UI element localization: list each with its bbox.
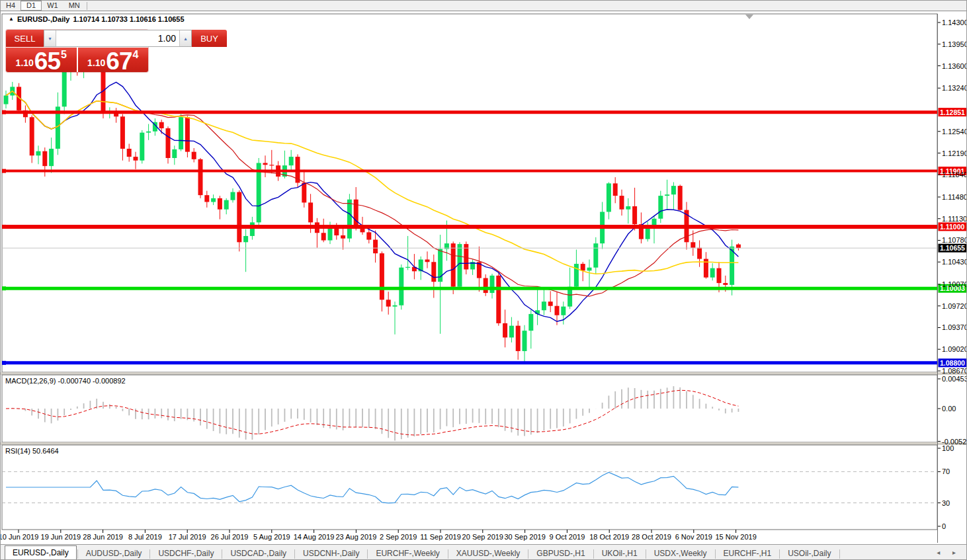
- rsi-pane[interactable]: [2, 445, 937, 530]
- tab-separator: [77, 549, 78, 559]
- candle-body-down: [321, 233, 326, 240]
- candle-body-down: [678, 186, 683, 210]
- candle-body-down: [42, 151, 47, 166]
- chart-canvas[interactable]: 1.128511.119011.110001.106551.100031.088…: [1, 11, 967, 544]
- chart-tab-usdcnh-daily[interactable]: USDCNH-,Daily: [296, 547, 366, 560]
- price-tick-label: 1.10430: [942, 258, 967, 266]
- candle-body-up: [671, 186, 676, 194]
- chart-tab-usoil-daily[interactable]: USOil-,Daily: [780, 547, 838, 560]
- candle-body-down: [425, 260, 430, 262]
- candle-body-down: [263, 163, 268, 165]
- level-line-handle[interactable]: [2, 225, 6, 229]
- candle-body-down: [373, 240, 378, 254]
- sell-button[interactable]: SELL: [6, 30, 44, 47]
- candle-body-up: [523, 331, 527, 351]
- rsi-tick-label: 0: [942, 522, 946, 530]
- timeframe-button-d1[interactable]: D1: [21, 1, 42, 11]
- chart-collapse-icon[interactable]: ▲: [9, 16, 14, 22]
- candle-body-up: [593, 243, 598, 268]
- bid-pips: 65: [34, 52, 60, 71]
- candle-body-down: [302, 182, 306, 202]
- volume-decrease-button[interactable]: ▾: [44, 30, 56, 46]
- date-label: 18 Oct 2019: [589, 533, 629, 541]
- trading-terminal-window: H4D1W1MN 1.128511.119011.110001.106551.1…: [0, 0, 967, 560]
- buy-button[interactable]: BUY: [192, 30, 227, 47]
- candle-body-up: [626, 206, 630, 210]
- ask-pips: 67: [106, 52, 132, 71]
- pane-splitter[interactable]: [1, 442, 967, 445]
- macd-tick-label: 0.004536: [942, 375, 967, 383]
- candle-body-up: [405, 267, 410, 268]
- tab-separator: [294, 549, 295, 559]
- chart-tab-audusd-daily[interactable]: AUDUSD-,Daily: [79, 547, 149, 560]
- candle-body-up: [172, 149, 177, 158]
- chart-tab-ukoil-h1[interactable]: UKOil-,H1: [595, 547, 645, 560]
- scroll-to-end-icon[interactable]: [745, 15, 753, 19]
- candle-body-up: [328, 227, 333, 241]
- candle-body-up: [347, 200, 352, 239]
- date-label: 2 Sep 2019: [380, 533, 417, 541]
- candle-body-down: [308, 202, 313, 222]
- volume-input[interactable]: [56, 30, 179, 46]
- date-label: 15 Nov 2019: [715, 533, 756, 541]
- date-label: 8 Jul 2019: [128, 533, 162, 541]
- candle-body-up: [4, 95, 9, 104]
- chart-tab-usdchf-daily[interactable]: USDCHF-,Daily: [151, 547, 221, 560]
- candle-body-down: [198, 159, 203, 195]
- chart-tab-usdx-weekly[interactable]: USDX-,Weekly: [647, 547, 714, 560]
- toolbar-separator: [87, 2, 87, 10]
- tab-separator: [839, 549, 840, 559]
- chart-tab-eurchf-h1[interactable]: EURCHF-,H1: [716, 547, 779, 560]
- price-badge-label: 1.10655: [940, 244, 965, 252]
- candle-body-down: [723, 283, 728, 285]
- level-line-handle[interactable]: [2, 361, 6, 365]
- bid-pipette: 5: [61, 49, 67, 61]
- candle-body-up: [665, 194, 669, 196]
- ask-price-display[interactable]: 1.10674: [78, 48, 149, 72]
- chart-tab-usdcad-daily[interactable]: USDCAD-,Daily: [223, 547, 294, 560]
- chart-symbol-label: EURUSD-,Daily: [17, 15, 69, 23]
- candle-body-down: [380, 253, 384, 300]
- level-line-handle[interactable]: [2, 110, 6, 114]
- candle-body-down: [431, 262, 436, 282]
- rsi-tick-label: 100: [942, 444, 954, 452]
- candle-body-up: [211, 198, 216, 202]
- candle-body-down: [366, 232, 371, 239]
- candle-body-down: [192, 152, 196, 159]
- level-line-handle[interactable]: [2, 286, 6, 290]
- pane-splitter[interactable]: [1, 372, 967, 375]
- date-label: 11 Sep 2019: [420, 533, 461, 541]
- date-label: 23 Aug 2019: [336, 533, 377, 541]
- timeframe-button-h4[interactable]: H4: [1, 1, 21, 11]
- price-badge-label: 1.12851: [940, 108, 965, 116]
- price-tick-label: 1.13600: [942, 62, 967, 70]
- chart-tab-gbpusd-h1[interactable]: GBPUSD-,H1: [529, 547, 592, 560]
- volume-increase-button[interactable]: ▴: [179, 30, 191, 46]
- tab-separator: [222, 549, 222, 559]
- candle-body-up: [399, 268, 403, 305]
- price-tick-label: 1.10780: [942, 236, 967, 244]
- chart-tab-xauusd-weekly[interactable]: XAUUSD-,Weekly: [449, 547, 527, 560]
- candle-body-up: [528, 314, 533, 331]
- tab-separator: [593, 549, 594, 559]
- candle-body-up: [62, 72, 67, 106]
- tab-scroll-arrows[interactable]: ◂ ▸: [937, 549, 961, 556]
- chart-tab-eurusd-daily[interactable]: EURUSD-,Daily: [5, 545, 77, 560]
- tab-separator: [149, 549, 150, 559]
- price-tick-label: 1.13950: [942, 40, 967, 48]
- rsi-label: RSI(14) 50.6464: [5, 447, 59, 455]
- price-badge-label: 1.11000: [940, 223, 965, 231]
- price-tick-label: 1.09370: [942, 323, 967, 331]
- bid-price-display[interactable]: 1.10655: [6, 48, 77, 72]
- price-tick-label: 1.09720: [942, 302, 967, 310]
- timeframe-button-w1[interactable]: W1: [42, 1, 63, 11]
- level-line-handle[interactable]: [2, 169, 6, 173]
- candle-body-up: [542, 301, 546, 310]
- timeframe-button-mn[interactable]: MN: [63, 1, 85, 11]
- chart-tab-eurchf-weekly[interactable]: EURCHF-,Weekly: [368, 547, 446, 560]
- candle-body-down: [697, 248, 702, 259]
- candle-body-up: [49, 149, 54, 166]
- candle-body-down: [620, 196, 624, 210]
- chart-ohlc-values: 1.10714 1.10733 1.10616 1.10655: [73, 15, 184, 23]
- one-click-trade-panel: SELL ▾ ▴ BUY 1.10655 1.10674: [6, 30, 148, 72]
